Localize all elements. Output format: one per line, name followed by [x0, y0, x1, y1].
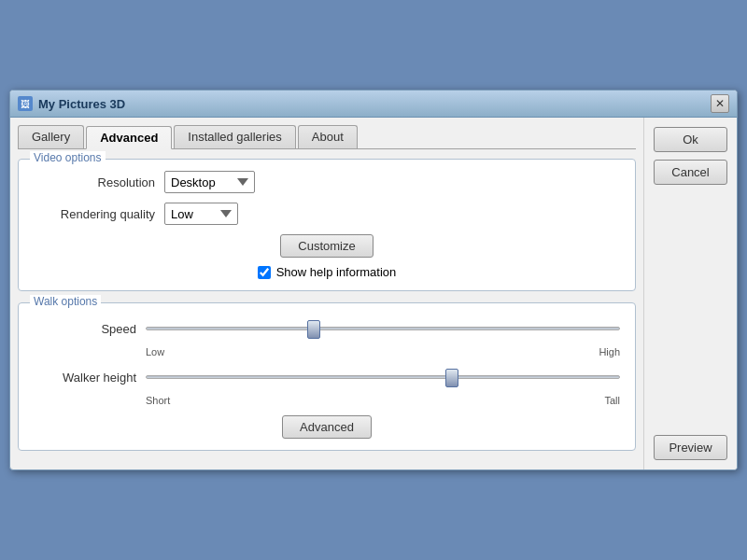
resolution-select-wrapper: Desktop 1024x768 1280x1024 1920x1080 [164, 171, 620, 193]
preview-button[interactable]: Preview [654, 435, 727, 460]
rendering-select-wrapper: Low Medium High [164, 203, 620, 225]
rendering-select[interactable]: Low Medium High [164, 203, 238, 225]
speed-row: Speed [34, 315, 620, 343]
walker-height-high-label: Tall [604, 395, 620, 406]
main-panel: Gallery Advanced Installed galleries Abo… [10, 118, 643, 469]
walker-height-low-label: Short [146, 395, 170, 406]
resolution-select[interactable]: Desktop 1024x768 1280x1024 1920x1080 [164, 171, 255, 193]
show-help-checkbox[interactable] [258, 266, 271, 279]
speed-high-label: High [599, 346, 620, 357]
tab-advanced[interactable]: Advanced [86, 126, 172, 149]
walk-advanced-row: Advanced [34, 415, 620, 439]
tab-about[interactable]: About [298, 125, 358, 148]
rendering-row: Rendering quality Low Medium High [34, 203, 620, 225]
rendering-label: Rendering quality [34, 207, 155, 221]
tab-installed[interactable]: Installed galleries [174, 125, 295, 148]
resolution-label: Resolution [34, 175, 155, 189]
title-bar: 🖼 My Pictures 3D ✕ [10, 91, 737, 118]
walker-height-labels: Short Tall [34, 395, 620, 406]
walk-options-title: Walk options [30, 295, 101, 308]
content-area: Gallery Advanced Installed galleries Abo… [10, 118, 737, 469]
speed-slider[interactable] [146, 327, 620, 330]
speed-labels: Low High [34, 346, 620, 357]
walk-options-group: Walk options Speed Low High Walker heigh… [18, 302, 636, 451]
walk-advanced-button[interactable]: Advanced [282, 415, 372, 439]
app-icon: 🖼 [18, 96, 33, 111]
tab-bar: Gallery Advanced Installed galleries Abo… [18, 125, 636, 149]
show-help-label: Show help information [276, 265, 397, 279]
video-options-title: Video options [30, 151, 106, 164]
speed-label: Speed [34, 322, 136, 336]
show-help-row: Show help information [34, 265, 620, 279]
video-options-group: Video options Resolution Desktop 1024x76… [18, 159, 636, 291]
tab-gallery[interactable]: Gallery [18, 125, 84, 148]
window-title: My Pictures 3D [38, 97, 125, 111]
main-window: 🖼 My Pictures 3D ✕ Gallery Advanced Inst… [9, 90, 738, 470]
walker-height-label: Walker height [34, 371, 136, 385]
close-button[interactable]: ✕ [711, 94, 729, 113]
walker-height-slider[interactable] [146, 375, 620, 379]
cancel-button[interactable]: Cancel [654, 160, 727, 185]
customize-row: Customize [34, 234, 620, 258]
customize-button[interactable]: Customize [280, 234, 373, 258]
speed-low-label: Low [146, 346, 164, 357]
walker-height-slider-wrapper [146, 363, 620, 391]
resolution-row: Resolution Desktop 1024x768 1280x1024 19… [34, 171, 620, 193]
ok-button[interactable]: Ok [654, 127, 727, 152]
right-panel: Ok Cancel Preview [643, 118, 737, 469]
walker-height-row: Walker height [34, 363, 620, 391]
speed-slider-wrapper [146, 315, 620, 343]
